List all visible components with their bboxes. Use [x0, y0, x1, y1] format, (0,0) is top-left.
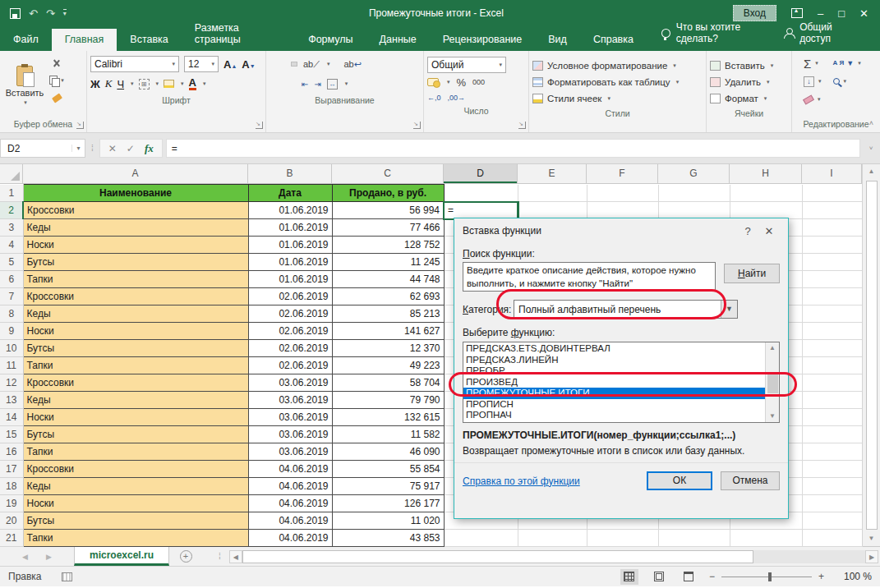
cell-B12[interactable]: 03.06.2019 — [248, 374, 332, 392]
row-header-5[interactable]: 5 — [0, 254, 23, 271]
align-top-button[interactable] — [270, 62, 274, 66]
cell-A13[interactable]: Кеды — [23, 392, 248, 409]
cell-G1[interactable] — [658, 185, 730, 202]
number-format-dropdown-icon[interactable]: ▾ — [499, 62, 502, 68]
tab-Формулы[interactable]: Формулы — [295, 29, 366, 51]
shrink-font-button[interactable]: А▼ — [242, 58, 255, 71]
column-header-F[interactable]: F — [587, 164, 658, 183]
column-header-A[interactable]: A — [23, 164, 248, 183]
cell-I21[interactable] — [802, 530, 862, 547]
delete-cells-button[interactable]: Удалить▾ — [710, 74, 788, 90]
cell-C7[interactable]: 62 693 — [332, 288, 444, 305]
cell-A7[interactable]: Кроссовки — [23, 288, 248, 305]
font-name-dropdown-icon[interactable]: ▾ — [172, 61, 175, 67]
font-dialog-launcher-icon[interactable]: ↘ — [256, 122, 263, 129]
cell-I4[interactable] — [802, 237, 862, 254]
cell-I13[interactable] — [802, 392, 862, 409]
cell-I18[interactable] — [802, 478, 862, 495]
cell-D21[interactable] — [444, 530, 518, 547]
macro-record-icon[interactable] — [62, 572, 72, 581]
row-header-3[interactable]: 3 — [0, 219, 23, 237]
format-as-table-button[interactable]: Форматировать как таблицу▾ — [532, 74, 703, 90]
cell-B7[interactable]: 02.06.2019 — [248, 288, 332, 305]
align-middle-button[interactable] — [280, 62, 285, 66]
font-name-combo[interactable]: Calibri▾ — [90, 56, 179, 72]
cell-C12[interactable]: 58 704 — [332, 374, 444, 392]
cell-B3[interactable]: 01.06.2019 — [248, 219, 332, 237]
scroll-down-icon[interactable]: ▼ — [868, 531, 875, 546]
font-color-dropdown-icon[interactable]: ▾ — [203, 80, 206, 87]
cell-B16[interactable]: 03.06.2019 — [248, 443, 332, 461]
row-header-9[interactable]: 9 — [0, 323, 23, 340]
cell-A5[interactable]: Бутсы — [23, 254, 248, 271]
cell-C20[interactable]: 11 020 — [332, 512, 444, 530]
cell-H1[interactable] — [730, 185, 802, 202]
underline-dropdown-icon[interactable]: ▾ — [131, 80, 134, 87]
cell-C2[interactable]: 56 994 — [332, 202, 444, 219]
orientation-dropdown-icon[interactable]: ▾ — [327, 61, 330, 67]
accounting-dropdown-icon[interactable]: ▾ — [447, 79, 450, 85]
row-header-20[interactable]: 20 — [0, 512, 23, 530]
cell-C4[interactable]: 128 752 — [332, 237, 444, 254]
row-header-11[interactable]: 11 — [0, 357, 23, 374]
cell-C5[interactable]: 11 245 — [332, 254, 444, 271]
row-header-14[interactable]: 14 — [0, 409, 23, 426]
list-scroll-down-icon[interactable]: ▼ — [769, 411, 776, 422]
sort-filter-button[interactable]: А Я▼▾ — [833, 56, 861, 71]
row-header-16[interactable]: 16 — [0, 443, 23, 461]
dialog-help-icon[interactable]: ? — [737, 225, 758, 237]
grow-font-button[interactable]: А▲ — [223, 58, 237, 71]
cell-B17[interactable]: 04.06.2019 — [248, 461, 332, 478]
cell-H21[interactable] — [730, 530, 802, 547]
tab-Главная[interactable]: Главная — [52, 29, 117, 51]
merge-center-icon[interactable]: ↔ — [327, 79, 338, 90]
cell-A19[interactable]: Носки — [23, 495, 248, 512]
vertical-scroll-thumb[interactable] — [866, 181, 878, 530]
cell-A10[interactable]: Бутсы — [23, 340, 248, 357]
number-format-combo[interactable]: Общий▾ — [427, 57, 506, 73]
row-header-10[interactable]: 10 — [0, 340, 23, 357]
customize-qat-icon[interactable]: ▾ — [63, 9, 67, 17]
merge-dropdown-icon[interactable]: ▾ — [345, 80, 348, 87]
horizontal-scroll-thumb[interactable] — [242, 550, 753, 563]
row-header-4[interactable]: 4 — [0, 237, 23, 254]
tell-me-box[interactable]: Что вы хотите сделать? — [661, 21, 784, 51]
cell-C10[interactable]: 12 370 — [332, 340, 444, 357]
tab-Файл[interactable]: Файл — [0, 29, 52, 51]
autosum-button[interactable]: Σ▾ — [804, 56, 822, 71]
cell-B10[interactable]: 02.06.2019 — [248, 340, 332, 357]
ribbon-display-options-icon[interactable] — [791, 8, 803, 18]
dialog-titlebar[interactable]: Вставка функции ? ✕ — [454, 218, 788, 243]
tab-Вставка[interactable]: Вставка — [117, 29, 181, 51]
category-dropdown[interactable]: Полный алфавитный перечень ▼ — [514, 300, 738, 319]
row-header-7[interactable]: 7 — [0, 288, 23, 305]
accounting-format-icon[interactable] — [427, 78, 439, 86]
dialog-close-icon[interactable]: ✕ — [758, 225, 780, 237]
cell-I10[interactable] — [802, 340, 862, 357]
page-break-view-button[interactable] — [680, 569, 698, 585]
sign-in-button[interactable]: Вход — [733, 5, 776, 21]
cell-B2[interactable]: 01.06.2019 — [248, 202, 332, 219]
tab-Рецензирование[interactable]: Рецензирование — [430, 29, 536, 51]
cell-C3[interactable]: 77 466 — [332, 219, 444, 237]
cell-I8[interactable] — [802, 305, 862, 323]
select-all-corner[interactable] — [0, 164, 23, 183]
align-bottom-button[interactable] — [291, 62, 297, 67]
new-sheet-button[interactable]: + — [169, 547, 202, 566]
cell-A11[interactable]: Тапки — [23, 357, 248, 374]
cell-C11[interactable]: 49 223 — [332, 357, 444, 374]
row-header-2[interactable]: 2 — [0, 202, 23, 219]
function-listbox[interactable]: ПРЕДСКАЗ.ETS.ДОВИНТЕРВАЛПРЕДСКАЗ.ЛИНЕЙНП… — [463, 342, 780, 423]
function-item[interactable]: ПРОПИСН — [463, 399, 765, 411]
function-item[interactable]: ПРЕДСКАЗ.ЛИНЕЙН — [463, 355, 765, 366]
cell-B13[interactable]: 03.06.2019 — [248, 392, 332, 409]
cell-styles-button[interactable]: Стили ячеек▾ — [532, 90, 703, 107]
cell-B6[interactable]: 01.06.2019 — [248, 271, 332, 288]
increase-decimal-button[interactable]: ←,0 — [427, 94, 441, 102]
cell-B19[interactable]: 04.06.2019 — [248, 495, 332, 512]
cell-I15[interactable] — [802, 426, 862, 443]
zoom-slider-thumb[interactable] — [768, 572, 772, 581]
alignment-dialog-launcher-icon[interactable]: ↘ — [413, 122, 421, 129]
cell-C19[interactable]: 126 177 — [332, 495, 444, 512]
font-color-button[interactable]: А — [189, 78, 196, 90]
